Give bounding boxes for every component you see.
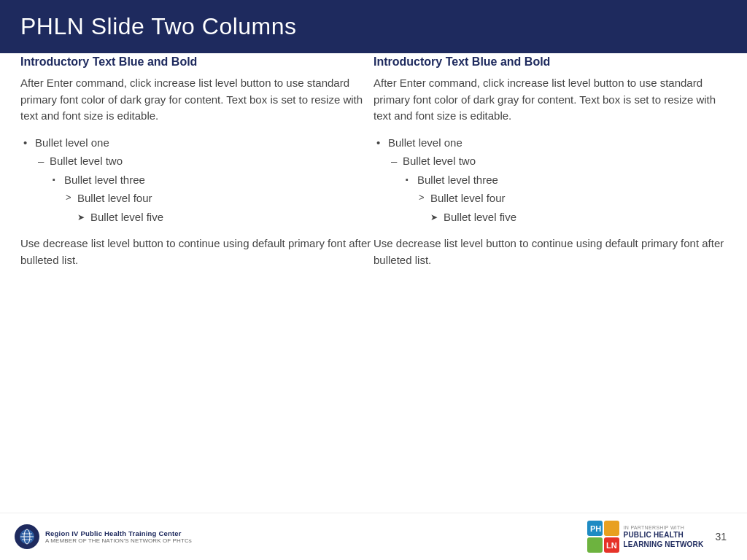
right-bullet-list: Bullet level one Bullet level two Bullet… (374, 135, 727, 226)
list-item: Bullet level one (20, 135, 374, 152)
svg-text:LN: LN (606, 541, 617, 550)
left-column: Introductory Text Blue and Bold After En… (20, 53, 374, 513)
list-item: Bullet level four (374, 190, 727, 207)
list-item: Bullet level three (20, 172, 374, 189)
list-item: Bullet level three (374, 172, 727, 189)
svg-text:PH: PH (590, 524, 601, 533)
left-intro-heading: Introductory Text Blue and Bold (20, 53, 374, 71)
org-name: Region IV Public Health Training Center (45, 529, 192, 537)
columns-wrapper: Introductory Text Blue and Bold After En… (20, 53, 727, 513)
left-bullet-list: Bullet level one Bullet level two Bullet… (20, 135, 374, 226)
left-intro-text: After Enter command, click increase list… (20, 75, 374, 125)
phln-badge-icon: PH LN (587, 521, 619, 553)
list-item: Bullet level two (374, 153, 727, 170)
svg-rect-6 (604, 521, 619, 536)
footer-left: Region IV Public Health Training Center … (15, 524, 192, 549)
page-number: 31 (715, 531, 727, 542)
content-area: Introductory Text Blue and Bold After En… (0, 53, 747, 513)
right-footer-text: Use decrease list level button to contin… (374, 236, 727, 268)
phln-network-name: PUBLIC HEALTHLEARNING NETWORK (624, 530, 704, 549)
list-item: Bullet level five (374, 209, 727, 226)
list-item: Bullet level four (20, 190, 374, 207)
org-logo-icon (19, 529, 35, 545)
svg-rect-7 (587, 537, 603, 553)
list-item: Bullet level two (20, 153, 374, 170)
footer-bar: Region IV Public Health Training Center … (0, 513, 747, 560)
list-item: Bullet level one (374, 135, 727, 152)
phln-partnership-text: IN PARTNERSHIP WITH (624, 525, 704, 530)
slide: PHLN Slide Two Columns Introductory Text… (0, 0, 747, 560)
org-logo-circle (15, 524, 39, 549)
footer-right: PH LN IN PARTNERSHIP WITH PUBLIC HEALTHL… (587, 521, 727, 553)
phln-badge: PH LN (587, 521, 619, 553)
right-intro-text: After Enter command, click increase list… (374, 75, 727, 125)
phln-text-block: IN PARTNERSHIP WITH PUBLIC HEALTHLEARNIN… (624, 525, 704, 549)
right-intro-heading: Introductory Text Blue and Bold (374, 53, 727, 71)
footer-org-text: Region IV Public Health Training Center … (45, 529, 192, 544)
list-item: Bullet level five (20, 209, 374, 226)
org-sub: A MEMBER OF THE NATION'S NETWORK OF PHTC… (45, 537, 192, 544)
slide-title: PHLN Slide Two Columns (20, 13, 727, 40)
phln-logo: PH LN IN PARTNERSHIP WITH PUBLIC HEALTHL… (587, 521, 704, 553)
right-column: Introductory Text Blue and Bold After En… (374, 53, 727, 513)
left-footer-text: Use decrease list level button to contin… (20, 236, 374, 268)
slide-header: PHLN Slide Two Columns (0, 0, 747, 53)
